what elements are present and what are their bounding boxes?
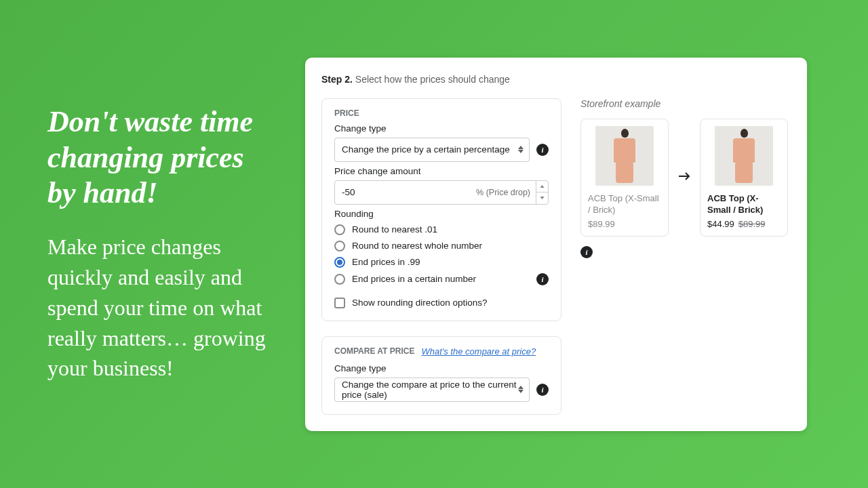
step-description: Select how the prices should change xyxy=(355,74,510,85)
compare-help-link[interactable]: What's the compare at price? xyxy=(421,346,536,357)
product-compare-price-after: $89.99 xyxy=(738,219,766,229)
show-rounding-direction-checkbox[interactable]: Show rounding direction options? xyxy=(334,298,549,308)
rounding-option-label: Round to nearest .01 xyxy=(352,224,437,235)
product-name-after: ACB Top (X-Small / Brick) xyxy=(707,192,781,216)
compare-change-type-select[interactable]: Change the compare at price to the curre… xyxy=(334,378,530,402)
product-image xyxy=(715,126,773,186)
rounding-option-label: End prices in .99 xyxy=(352,257,420,267)
radio-icon xyxy=(334,257,345,268)
product-image xyxy=(595,126,654,186)
info-icon[interactable] xyxy=(580,246,593,258)
rounding-option-label: End prices in a certain number xyxy=(352,274,476,284)
amount-input-wrap: % (Price drop) xyxy=(334,180,549,205)
product-price-before: $89.99 xyxy=(588,219,661,229)
amount-input[interactable] xyxy=(335,181,471,204)
radio-icon xyxy=(334,241,345,251)
info-icon[interactable] xyxy=(536,273,549,285)
storefront-label: Storefront example xyxy=(580,98,791,109)
compare-change-type-label: Change type xyxy=(334,363,549,373)
compare-change-type-value: Change the compare at price to the curre… xyxy=(342,380,522,400)
product-name-before: ACB Top (X-Small / Brick) xyxy=(588,192,661,216)
compare-panel-title: COMPARE AT PRICE xyxy=(334,346,414,356)
price-panel: PRICE Change type Change the price by a … xyxy=(321,98,561,321)
info-icon[interactable] xyxy=(536,384,549,396)
step-modal: Step 2. Select how the prices should cha… xyxy=(305,58,807,431)
show-rounding-direction-label: Show rounding direction options? xyxy=(352,298,488,308)
radio-icon xyxy=(334,224,345,235)
rounding-label: Rounding xyxy=(334,209,549,219)
chevron-updown-icon xyxy=(518,146,524,153)
rounding-option-2[interactable]: End prices in .99 xyxy=(334,257,549,268)
chevron-up-icon[interactable] xyxy=(536,181,548,193)
rounding-option-3[interactable]: End prices in a certain number xyxy=(334,274,476,285)
step-header: Step 2. Select how the prices should cha… xyxy=(321,74,791,85)
amount-unit: % (Price drop) xyxy=(471,181,536,204)
amount-stepper[interactable] xyxy=(536,181,548,204)
rounding-option-label: Round to nearest whole number xyxy=(352,241,482,251)
amount-label: Price change amount xyxy=(334,166,549,176)
rounding-option-1[interactable]: Round to nearest whole number xyxy=(334,241,549,251)
product-price-after: $44.99 xyxy=(707,219,734,229)
compare-at-price-panel: COMPARE AT PRICE What's the compare at p… xyxy=(321,336,561,415)
chevron-down-icon[interactable] xyxy=(536,192,548,204)
radio-icon xyxy=(334,274,345,285)
step-number: Step 2. xyxy=(321,74,353,85)
checkbox-icon xyxy=(334,298,345,308)
price-panel-title: PRICE xyxy=(334,108,549,118)
product-card-before: ACB Top (X-Small / Brick) $89.99 xyxy=(580,119,669,237)
rounding-option-0[interactable]: Round to nearest .01 xyxy=(334,224,549,235)
arrow-right-icon xyxy=(678,171,690,184)
change-type-label: Change type xyxy=(334,123,549,134)
promo-subtext: Make price changes quickly and easily an… xyxy=(47,232,278,384)
rounding-radio-group: Round to nearest .01 Round to nearest wh… xyxy=(334,224,549,285)
info-icon[interactable] xyxy=(536,144,549,156)
product-card-after: ACB Top (X-Small / Brick) $44.99$89.99 xyxy=(700,119,788,237)
promo-headline: Don't waste time changing prices by hand… xyxy=(47,104,278,211)
change-type-select[interactable]: Change the price by a certain percentage xyxy=(334,138,530,162)
chevron-updown-icon xyxy=(518,386,524,393)
change-type-value: Change the price by a certain percentage xyxy=(342,144,510,155)
